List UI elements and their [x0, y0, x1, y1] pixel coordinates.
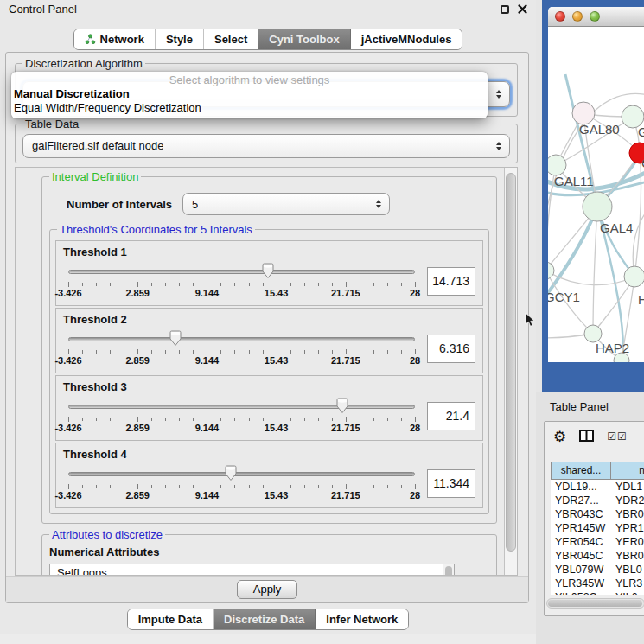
slider-tick	[193, 418, 194, 421]
slider-tick	[249, 485, 250, 488]
slider-tick	[415, 484, 416, 489]
threshold-value[interactable]: 14.713	[427, 267, 475, 296]
attribute-items: SelfLoopsTopologicalCoefficientBetweenne…	[50, 566, 454, 575]
tab-label: jActiveMNodules	[361, 33, 452, 46]
tab-style[interactable]: Style	[156, 29, 204, 49]
main-vertical-scrollbar[interactable]	[504, 168, 517, 575]
scrollbar-thumb[interactable]	[445, 566, 452, 575]
slider-tick	[249, 418, 250, 421]
network-node-gal4[interactable]	[583, 192, 612, 221]
slider-track[interactable]	[68, 270, 415, 274]
slider-handle[interactable]	[262, 263, 275, 279]
slider-tick	[68, 484, 69, 489]
network-edge[interactable]	[593, 207, 597, 334]
slider-tick	[332, 418, 333, 421]
column-header-0[interactable]: shared...	[551, 462, 611, 480]
tab-select[interactable]: Select	[204, 29, 258, 49]
tab-network[interactable]: Network	[74, 29, 156, 49]
table-row[interactable]: YBR043CYBR0	[551, 507, 644, 521]
table-data-select[interactable]: galFiltered.sif default node	[22, 134, 510, 158]
network-node-label: GAL4	[600, 220, 633, 235]
table-row[interactable]: YPR145WYPR1	[551, 521, 644, 535]
axis-tick-label: 2.859	[125, 423, 150, 433]
slider-handle[interactable]	[169, 330, 182, 347]
table-row[interactable]: YDR27...YDR2	[551, 494, 644, 507]
slider-tick	[401, 283, 402, 286]
threshold-slider[interactable]: -3.4262.8599.14415.4321.71528	[68, 397, 415, 435]
table-cell: YLR3	[611, 577, 644, 590]
table-row[interactable]: YBL079WYBL0	[551, 563, 644, 577]
threshold-slider[interactable]: -3.4262.8599.14415.4321.71528	[68, 464, 415, 502]
network-node-label: HAP2	[596, 341, 629, 355]
slider-track[interactable]	[68, 472, 415, 476]
tab-impute-data[interactable]: Impute Data	[128, 609, 214, 629]
slider-tick	[415, 417, 416, 422]
table-row[interactable]: YER054CYER0	[551, 535, 644, 549]
tab-infer-network[interactable]: Infer Network	[316, 609, 408, 629]
table-row[interactable]: YBR045CYBR0	[551, 549, 644, 563]
slider-track[interactable]	[68, 405, 415, 409]
node-table: shared...na YDL19...YDL1YDR27...YDR2YBR0…	[551, 462, 644, 595]
network-node-gcy1[interactable]	[548, 262, 554, 279]
slider-tick	[304, 418, 305, 421]
algorithm-option[interactable]: Manual Discretization	[11, 87, 488, 101]
slider-handle[interactable]	[225, 465, 238, 481]
threshold-slider[interactable]: -3.4262.8599.14415.4321.71528	[68, 262, 415, 300]
close-icon[interactable]	[518, 4, 527, 14]
slider-tick	[193, 350, 194, 354]
network-node-label: GCY1	[548, 290, 580, 304]
column-layout-button[interactable]	[579, 430, 594, 444]
slider-tick	[346, 417, 347, 422]
threshold-value[interactable]: 6.316	[427, 335, 475, 363]
slider-tick	[277, 349, 277, 354]
float-window-icon[interactable]	[501, 5, 509, 14]
slider-tick	[290, 418, 291, 421]
threshold-panel: Threshold 4-3.4262.8599.14415.4321.71528…	[55, 443, 483, 508]
network-canvas[interactable]: GAL80GACGAL11GAL4GCY1HHAP2	[548, 27, 644, 362]
slider-tick	[249, 283, 250, 286]
close-traffic-light-icon[interactable]	[555, 11, 565, 22]
slider-tick	[179, 283, 180, 286]
network-node-hap2[interactable]	[584, 325, 602, 342]
scrollbar-thumb[interactable]	[548, 600, 642, 607]
minimize-traffic-light-icon[interactable]	[572, 11, 583, 22]
algorithm-option[interactable]: Equal Width/Frequency Discretization	[11, 101, 488, 115]
algorithm-placeholder: Select algorithm to view settings	[11, 72, 488, 87]
scrollbar-thumb[interactable]	[506, 173, 516, 552]
attribute-item[interactable]: SelfLoops	[50, 566, 454, 575]
zoom-traffic-light-icon[interactable]	[590, 11, 600, 22]
threshold-value[interactable]: 21.4	[427, 402, 475, 430]
network-node-label: GAL80	[579, 122, 620, 137]
slider-track[interactable]	[68, 337, 415, 341]
table-row[interactable]: YLR345WYLR3	[551, 577, 644, 590]
apply-button[interactable]: Apply	[237, 580, 298, 599]
tab-cyni-toolbox[interactable]: Cyni Toolbox	[258, 29, 350, 49]
network-node-h[interactable]	[624, 266, 644, 287]
column-visibility-icon[interactable]: ☑☑	[607, 430, 628, 443]
threshold-value[interactable]: 11.344	[427, 469, 475, 498]
table-cell: YER0	[611, 535, 644, 549]
network-icon	[85, 34, 96, 45]
slider-tick	[179, 350, 180, 354]
tab-discretize-data[interactable]: Discretize Data	[214, 609, 316, 629]
table-row[interactable]: YIL052CYIL0	[551, 590, 644, 595]
column-header-1[interactable]: na	[610, 462, 644, 480]
interval-definition-group: Interval Definition Number of Intervals …	[41, 176, 497, 524]
slider-tick	[277, 417, 277, 422]
axis-tick-label: 21.715	[331, 288, 360, 298]
threshold-list: Threshold 1-3.4262.8599.14415.4321.71528…	[55, 240, 483, 508]
table-cell: YBL079W	[551, 563, 611, 577]
network-edge[interactable]	[634, 153, 641, 277]
network-node-gal11[interactable]	[548, 155, 566, 175]
gear-icon[interactable]: ⚙	[553, 430, 566, 444]
slider-tick	[151, 283, 152, 286]
slider-tick	[415, 349, 416, 354]
tab-jactivemnodules[interactable]: jActiveMNodules	[351, 29, 462, 49]
slider-handle[interactable]	[335, 398, 348, 414]
number-of-intervals-select[interactable]: 5	[182, 193, 390, 215]
threshold-slider[interactable]: -3.4262.8599.14415.4321.71528	[68, 329, 415, 367]
table-rows: YDL19...YDL1YDR27...YDR2YBR043CYBR0YPR14…	[551, 480, 644, 595]
table-row[interactable]: YDL19...YDL1	[551, 480, 644, 494]
attributes-list-scrollbar[interactable]	[443, 564, 454, 575]
table-horizontal-scrollbar[interactable]	[546, 598, 644, 609]
